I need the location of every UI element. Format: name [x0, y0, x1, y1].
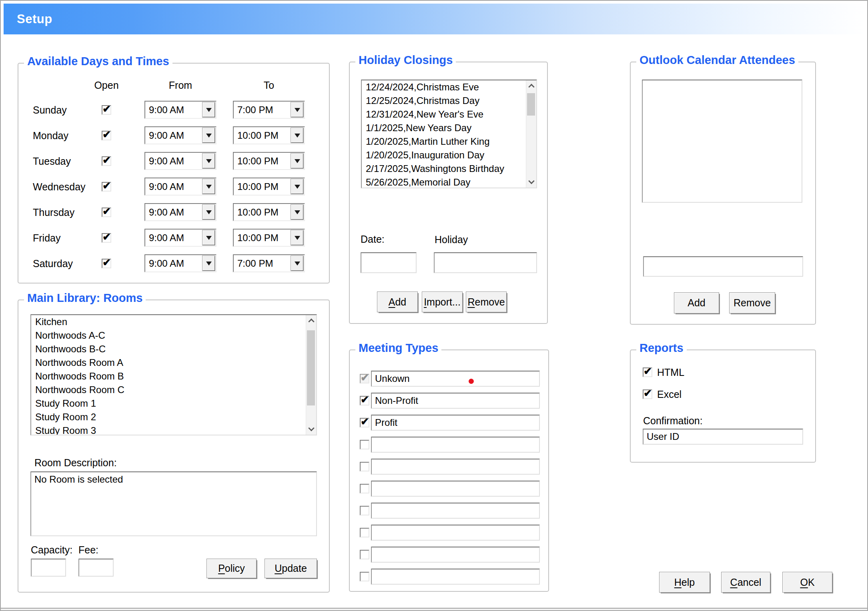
meeting-type-checkbox[interactable] [360, 550, 369, 559]
html-checkbox[interactable] [643, 367, 652, 377]
open-checkbox[interactable] [102, 182, 111, 192]
rooms-listbox[interactable]: KitchenNorthwoods A-CNorthwoods B-CNorth… [30, 314, 317, 435]
meeting-type-input[interactable] [371, 503, 540, 519]
from-time-dropdown[interactable]: 9:00 AM [144, 254, 216, 272]
open-checkbox[interactable] [102, 208, 111, 217]
dropdown-arrow-icon[interactable] [202, 230, 215, 245]
holiday-scrollbar[interactable] [526, 80, 536, 188]
meeting-type-input[interactable] [371, 415, 540, 431]
open-checkbox[interactable] [102, 156, 111, 166]
to-time-dropdown[interactable]: 10:00 PM [233, 229, 305, 247]
attendee-add-button[interactable]: Add [674, 292, 719, 313]
to-time-dropdown[interactable]: 7:00 PM [233, 101, 305, 119]
room-list-item[interactable]: Northwoods A-C [31, 329, 316, 342]
excel-checkbox[interactable] [643, 389, 652, 399]
holiday-list-item[interactable]: 1/1/2025,New Years Day [362, 121, 536, 135]
open-checkbox[interactable] [102, 259, 111, 268]
capacity-input[interactable] [31, 559, 66, 577]
dropdown-arrow-icon[interactable] [202, 154, 215, 168]
dropdown-arrow-icon[interactable] [291, 128, 303, 143]
to-time-dropdown[interactable]: 10:00 PM [233, 178, 305, 196]
to-time-dropdown[interactable]: 7:00 PM [233, 254, 305, 272]
room-list-item[interactable]: Study Room 3 [31, 424, 316, 435]
cancel-button[interactable]: Cancel [721, 572, 770, 593]
rooms-scrollbar[interactable] [306, 315, 316, 435]
holiday-listbox[interactable]: 12/24/2024,Christmas Eve12/25/2024,Chris… [361, 80, 537, 188]
room-list-item[interactable]: Study Room 1 [31, 397, 316, 410]
room-list-item[interactable]: Northwoods Room B [31, 369, 316, 383]
update-button[interactable]: Update [265, 559, 317, 578]
holiday-import-button[interactable]: Import... [422, 292, 463, 312]
meeting-type-checkbox[interactable] [360, 396, 369, 405]
room-list-item[interactable]: Northwoods Room C [31, 383, 316, 397]
from-time-dropdown[interactable]: 9:00 AM [144, 101, 216, 119]
from-time-dropdown[interactable]: 9:00 AM [144, 203, 216, 221]
ok-button[interactable]: OK [782, 572, 832, 593]
confirmation-input[interactable] [643, 429, 803, 445]
room-description-textarea[interactable]: No Room is selected [30, 471, 317, 536]
scroll-up-icon[interactable] [526, 80, 536, 92]
holiday-list-item[interactable]: 2/17/2025,Washingtons Birthday [362, 162, 536, 176]
dropdown-arrow-icon[interactable] [291, 205, 303, 220]
from-time-dropdown[interactable]: 9:00 AM [144, 229, 216, 247]
meeting-type-input[interactable] [371, 481, 540, 497]
open-checkbox[interactable] [102, 131, 111, 140]
room-list-item[interactable]: Northwoods Room A [31, 356, 316, 369]
meeting-type-checkbox[interactable] [360, 572, 369, 581]
from-time-dropdown[interactable]: 9:00 AM [144, 178, 216, 196]
holiday-list-item[interactable]: 12/24/2024,Christmas Eve [362, 80, 536, 94]
holiday-list-item[interactable]: 5/26/2025,Memorial Day [362, 176, 536, 188]
holiday-remove-button[interactable]: Remove [466, 292, 507, 312]
from-time-dropdown[interactable]: 9:00 AM [144, 152, 216, 170]
meeting-type-checkbox[interactable] [360, 506, 369, 515]
meeting-type-checkbox[interactable] [360, 484, 369, 493]
meeting-type-checkbox[interactable] [360, 462, 369, 471]
meeting-type-input[interactable] [371, 569, 540, 585]
open-checkbox[interactable] [102, 233, 111, 243]
to-time-dropdown[interactable]: 10:00 PM [233, 203, 305, 221]
attendee-input[interactable] [643, 256, 803, 277]
room-list-item[interactable]: Kitchen [31, 315, 316, 329]
meeting-type-input[interactable] [371, 371, 540, 387]
fee-input[interactable] [78, 559, 114, 577]
from-time-dropdown[interactable]: 9:00 AM [144, 126, 216, 144]
holiday-list-item[interactable]: 12/31/2024,New Year's Eve [362, 108, 536, 121]
scroll-down-icon[interactable] [526, 176, 536, 188]
to-time-dropdown[interactable]: 10:00 PM [233, 126, 305, 144]
meeting-type-checkbox[interactable] [360, 418, 369, 427]
dropdown-arrow-icon[interactable] [291, 230, 303, 245]
meeting-type-input[interactable] [371, 525, 540, 541]
dropdown-arrow-icon[interactable] [291, 154, 303, 168]
rooms-scrollbar-thumb[interactable] [307, 330, 315, 405]
dropdown-arrow-icon[interactable] [202, 128, 215, 143]
help-button[interactable]: Help [659, 572, 710, 593]
attendee-remove-button[interactable]: Remove [729, 292, 775, 313]
policy-button[interactable]: Policy [206, 559, 257, 578]
holiday-date-input[interactable] [361, 252, 417, 273]
dropdown-arrow-icon[interactable] [291, 102, 303, 117]
open-checkbox[interactable] [102, 105, 111, 115]
meeting-type-input[interactable] [371, 437, 540, 453]
dropdown-arrow-icon[interactable] [291, 256, 303, 271]
scroll-down-icon[interactable] [306, 423, 316, 435]
to-time-dropdown[interactable]: 10:00 PM [233, 152, 305, 170]
meeting-type-input[interactable] [371, 393, 540, 409]
scroll-up-icon[interactable] [306, 315, 316, 326]
dropdown-arrow-icon[interactable] [202, 179, 215, 194]
meeting-type-input[interactable] [371, 459, 540, 475]
dropdown-arrow-icon[interactable] [202, 205, 215, 220]
meeting-type-checkbox[interactable] [360, 440, 369, 449]
dropdown-arrow-icon[interactable] [202, 102, 215, 117]
room-list-item[interactable]: Northwoods B-C [31, 342, 316, 356]
room-list-item[interactable]: Study Room 2 [31, 410, 316, 424]
meeting-type-checkbox[interactable] [360, 528, 369, 537]
holiday-list-item[interactable]: 12/25/2024,Christmas Day [362, 94, 536, 108]
holiday-scrollbar-thumb[interactable] [527, 93, 535, 116]
attendees-listbox[interactable] [642, 80, 802, 203]
holiday-add-button[interactable]: Add [377, 292, 418, 312]
meeting-type-input[interactable] [371, 547, 540, 563]
dropdown-arrow-icon[interactable] [202, 256, 215, 271]
holiday-list-item[interactable]: 1/20/2025,Martin Luther King [362, 135, 536, 148]
holiday-name-input[interactable] [434, 252, 537, 273]
dropdown-arrow-icon[interactable] [291, 179, 303, 194]
